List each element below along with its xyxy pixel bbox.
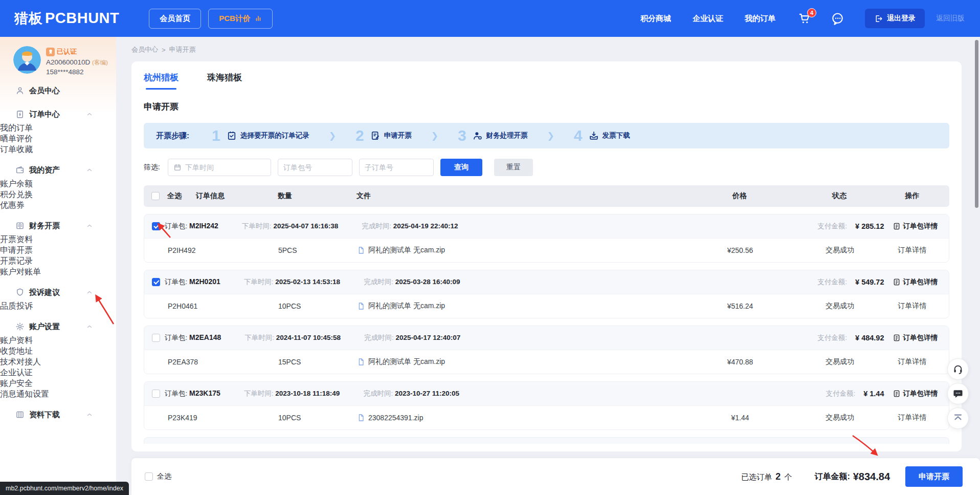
page-scrollbar-thumb[interactable] bbox=[975, 40, 978, 208]
back-to-top-icon bbox=[952, 413, 964, 424]
footer-select-all-checkbox[interactable] bbox=[145, 472, 153, 481]
step-item: 1 选择要开票的订单记录 ❯ bbox=[212, 128, 355, 143]
user-card: 已认证 A200600010D (客编) 158****4882 bbox=[0, 42, 116, 76]
order-group-header: 订单包: M2IH242 下单时间: 2025-04-07 16:16:38 完… bbox=[144, 214, 949, 238]
sidebar: 已认证 A200600010D (客编) 158****4882 会员中心 bbox=[0, 37, 116, 495]
row-checkbox[interactable] bbox=[152, 390, 160, 398]
order-detail-link[interactable]: 订单详情 bbox=[876, 357, 949, 367]
order-row: P23K419 10PCS 23082254391.zip ¥1.44 交易成功… bbox=[144, 405, 949, 429]
package-detail-link[interactable]: 订单包详情 bbox=[893, 277, 938, 287]
top-nav-link[interactable]: 企业认证 bbox=[693, 14, 723, 24]
top-nav-link[interactable]: 积分商城 bbox=[640, 14, 671, 24]
bars-icon bbox=[255, 15, 262, 22]
package-detail-link[interactable]: 订单包详情 bbox=[893, 222, 938, 231]
sidebar-item[interactable]: 账户余额 bbox=[0, 179, 116, 189]
file-link[interactable]: 阿礼的测试单 无cam.zip bbox=[354, 302, 676, 311]
package-detail-link[interactable]: 订单包详情 bbox=[893, 333, 938, 342]
search-button[interactable]: 查询 bbox=[440, 159, 482, 176]
header-buttons: 会员首页 PCB计价 bbox=[149, 9, 273, 29]
customer-service-button[interactable] bbox=[947, 358, 969, 380]
select-all-label: 全选 bbox=[167, 191, 182, 201]
row-checkbox[interactable] bbox=[152, 334, 160, 342]
file-link[interactable]: 23082254391.zip bbox=[354, 414, 676, 422]
order-group-header: 订单包: M2H0201 下单时间: 2025-02-13 14:53:18 完… bbox=[144, 270, 949, 294]
order-row: P2EA378 15PCS 阿礼的测试单 无cam.zip ¥470.88 交易… bbox=[144, 350, 949, 374]
sidebar-item[interactable]: 技术对接人 bbox=[0, 357, 116, 368]
package-id: M2H0201 bbox=[189, 277, 220, 286]
feedback-button[interactable] bbox=[947, 383, 969, 404]
avatar[interactable] bbox=[13, 46, 41, 74]
factory-tab[interactable]: 杭州猎板 bbox=[144, 72, 179, 90]
file-link[interactable]: 阿礼的测试单 无cam.zip bbox=[354, 246, 676, 255]
shield-icon bbox=[15, 288, 25, 297]
sidebar-item[interactable]: 投诉建议 bbox=[0, 284, 116, 301]
logo-en: PCBHUNT bbox=[45, 10, 119, 27]
sidebar-item[interactable]: 开票资料 bbox=[0, 234, 116, 245]
sidebar-item[interactable]: 企业认证 bbox=[0, 368, 116, 378]
sidebar-item[interactable]: 账户设置 bbox=[0, 318, 116, 335]
sidebar-item[interactable]: 账户安全 bbox=[0, 378, 116, 389]
sidebar-item[interactable]: 收货地址 bbox=[0, 346, 116, 357]
sidebar-item[interactable]: 我的资产 bbox=[0, 161, 116, 179]
sidebar-item[interactable]: 开票记录 bbox=[0, 256, 116, 267]
step-arrow-icon: ❯ bbox=[329, 131, 336, 141]
apply-invoice-button[interactable]: 申请开票 bbox=[905, 466, 963, 487]
order-status: 交易成功 bbox=[804, 246, 876, 255]
sidebar-item[interactable]: 晒单评价 bbox=[0, 134, 116, 144]
factory-tabs: 杭州猎板珠海猎板 bbox=[144, 72, 949, 90]
order-detail-link[interactable]: 订单详情 bbox=[876, 413, 949, 422]
chat-icon bbox=[831, 12, 844, 26]
logout-button[interactable]: 退出登录 bbox=[865, 9, 925, 28]
breadcrumb-separator: > bbox=[162, 46, 166, 54]
logo[interactable]: 猎板 PCBHUNT bbox=[14, 9, 119, 28]
sidebar-item[interactable]: 账户对账单 bbox=[0, 267, 116, 277]
order-detail-link[interactable]: 订单详情 bbox=[876, 246, 949, 255]
member-home-button[interactable]: 会员首页 bbox=[149, 9, 201, 29]
chat-button[interactable] bbox=[831, 12, 844, 26]
sidebar-item[interactable]: 申请开票 bbox=[0, 245, 116, 256]
order-price: ¥1.44 bbox=[676, 414, 804, 422]
package-no-input[interactable] bbox=[278, 159, 352, 176]
order-date-input[interactable] bbox=[168, 159, 271, 176]
message-icon bbox=[952, 388, 964, 399]
sidebar-item[interactable]: 资料下载 bbox=[0, 406, 116, 423]
footer-select-all[interactable]: 全选 bbox=[145, 472, 171, 481]
cart-button[interactable]: 4 bbox=[798, 12, 811, 25]
package-detail-link[interactable]: 订单包详情 bbox=[893, 389, 938, 398]
sidebar-item[interactable]: 财务开票 bbox=[0, 217, 116, 234]
sidebar-item[interactable]: 账户资料 bbox=[0, 335, 116, 346]
row-checkbox[interactable] bbox=[152, 222, 160, 230]
cart-badge: 4 bbox=[807, 8, 816, 17]
top-nav-link[interactable]: 我的订单 bbox=[745, 14, 775, 24]
step-arrow-icon: ❯ bbox=[547, 131, 554, 141]
sidebar-item[interactable]: 我的订单 bbox=[0, 123, 116, 134]
reset-button[interactable]: 重置 bbox=[494, 159, 533, 176]
breadcrumb-member-center[interactable]: 会员中心 bbox=[131, 45, 158, 54]
wallet-icon bbox=[15, 165, 25, 175]
package-no-field[interactable] bbox=[283, 163, 347, 171]
select-all-checkbox[interactable] bbox=[151, 192, 160, 200]
sidebar-item[interactable]: 消息通知设置 bbox=[0, 389, 116, 400]
order-qty: 5PCS bbox=[272, 246, 354, 254]
factory-tab[interactable]: 珠海猎板 bbox=[207, 72, 242, 90]
order-detail-link[interactable]: 订单详情 bbox=[876, 302, 949, 311]
invoice-card: 杭州猎板珠海猎板 申请开票 开票步骤: 1 选择要开票的订单记录 ❯ bbox=[131, 61, 962, 451]
file-link[interactable]: 阿礼的测试单 无cam.zip bbox=[354, 357, 676, 367]
back-to-top-button[interactable] bbox=[947, 407, 969, 429]
page: 猎板 PCBHUNT 会员首页 PCB计价 积分商城企业认证我的订单 4 退出登… bbox=[0, 0, 980, 495]
sub-order-id: P2H0461 bbox=[168, 302, 272, 310]
sidebar-item[interactable]: 订单中心 bbox=[0, 105, 116, 123]
sidebar-item[interactable]: 会员中心 bbox=[0, 82, 116, 99]
sidebar-item[interactable]: 优惠券 bbox=[0, 200, 116, 211]
pcb-pricing-button[interactable]: PCB计价 bbox=[208, 9, 273, 29]
row-checkbox[interactable] bbox=[152, 278, 160, 286]
sidebar-item[interactable]: 订单收藏 bbox=[0, 144, 116, 155]
sidebar-item[interactable]: 积分兑换 bbox=[0, 189, 116, 200]
order-date-field[interactable] bbox=[185, 163, 265, 171]
status-url-tooltip: mb2.pcbhunt.com/memberv2/home/index bbox=[0, 482, 129, 495]
sidebar-item[interactable]: 品质投诉 bbox=[0, 301, 116, 312]
back-to-old-link[interactable]: 返回旧版 bbox=[936, 14, 965, 23]
sub-order-no-input[interactable] bbox=[359, 159, 434, 176]
sub-order-no-field[interactable] bbox=[365, 163, 428, 171]
col-file: 文件 bbox=[353, 191, 676, 201]
